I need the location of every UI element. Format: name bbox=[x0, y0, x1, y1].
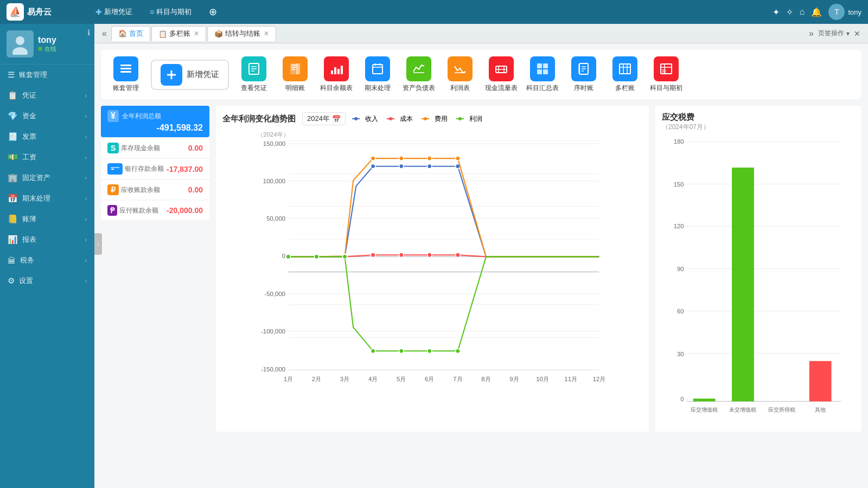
qa-cashflow-icon bbox=[489, 56, 514, 81]
sidebar-item-settings[interactable]: ⚙ 设置 › bbox=[0, 271, 94, 291]
svg-point-1 bbox=[16, 36, 24, 45]
voucher-label: 凭证 bbox=[22, 91, 36, 100]
legend-expense: 费用 bbox=[422, 114, 448, 124]
stat-payable[interactable]: Ᵽ 应付账款余额 -20,000.00 bbox=[101, 201, 209, 220]
payable-icon: Ᵽ bbox=[107, 205, 117, 216]
legend-expense-label: 费用 bbox=[435, 114, 448, 124]
legend-revenue: 收入 bbox=[352, 114, 378, 124]
qa-balance-sheet[interactable]: 资产负债表 bbox=[403, 56, 435, 93]
notification-icon[interactable]: 🔔 bbox=[811, 7, 822, 17]
svg-text:2月: 2月 bbox=[312, 376, 321, 382]
main-chart-section: 全年利润变化趋势图 2024年 📅 收入 成本 bbox=[216, 106, 649, 432]
legend-revenue-label: 收入 bbox=[365, 114, 378, 124]
payable-label: 应付账款余额 bbox=[119, 206, 158, 215]
stat-annual-profit[interactable]: ¥ 全年利润总额 -491,598.32 bbox=[101, 106, 209, 137]
stat-cash[interactable]: S 库存现金余额 0.00 bbox=[101, 138, 209, 158]
stat-bank[interactable]: 银行存款余额 -17,837.00 bbox=[101, 159, 209, 179]
svg-point-52 bbox=[389, 117, 392, 120]
payable-value: -20,000.00 bbox=[167, 206, 203, 215]
qa-profit[interactable]: 利润表 bbox=[444, 56, 476, 93]
svg-rect-19 bbox=[337, 69, 340, 74]
svg-rect-4 bbox=[120, 68, 131, 69]
plus-icon: ✚ bbox=[95, 8, 102, 16]
info-icon[interactable]: ℹ bbox=[87, 28, 90, 37]
sidebar-item-ledger[interactable]: 📒 账簿 › bbox=[0, 209, 94, 229]
tab-actions[interactable]: 页签操作 ▾ bbox=[818, 29, 850, 38]
voucher-icon: 📋 bbox=[8, 91, 18, 100]
qa-view-voucher[interactable]: 查看凭证 bbox=[238, 56, 270, 93]
settings-icon[interactable]: ✦ bbox=[773, 7, 780, 17]
qa-account-mgmt[interactable]: 账套管理 bbox=[110, 56, 142, 93]
svg-rect-37 bbox=[578, 64, 580, 74]
qa-multi-col-label: 多栏账 bbox=[615, 84, 635, 93]
svg-point-116 bbox=[342, 254, 347, 259]
svg-text:（2024年）: （2024年） bbox=[257, 131, 289, 138]
svg-text:180: 180 bbox=[674, 138, 684, 145]
sidebar-item-period[interactable]: 📅 期末处理 › bbox=[0, 188, 94, 209]
sidebar-item-voucher[interactable]: 📋 凭证 › bbox=[0, 85, 94, 106]
sidebar-item-tax[interactable]: 🏛 税务 › bbox=[0, 250, 94, 271]
bar-yingjiao-zenzhishui bbox=[693, 399, 716, 401]
qa-subject-summary-icon bbox=[530, 56, 555, 81]
receivable-label: 应收账款余额 bbox=[121, 185, 160, 195]
sidebar-item-account-mgmt[interactable]: ☰ 账套管理 bbox=[0, 65, 94, 85]
year-selector[interactable]: 2024年 📅 bbox=[302, 112, 346, 125]
home-icon[interactable]: ⌂ bbox=[800, 7, 805, 17]
svg-text:期: 期 bbox=[662, 69, 666, 74]
tab-prev-btn[interactable]: « bbox=[99, 29, 110, 38]
qa-subject-summary[interactable]: 科目汇总表 bbox=[526, 56, 559, 93]
tab-multi-col-close[interactable]: ✕ bbox=[194, 30, 199, 37]
stat-receivable[interactable]: ₽ 应收账款余额 0.00 bbox=[101, 180, 209, 200]
svg-point-104 bbox=[399, 253, 404, 257]
sidebar-item-invoice[interactable]: 🧾 发票 › bbox=[0, 126, 94, 147]
user-mgmt-icon[interactable]: ✧ bbox=[786, 7, 793, 17]
qa-subject-period[interactable]: 期 科目与期初 bbox=[650, 56, 682, 93]
qa-period-process[interactable]: 期末处理 bbox=[361, 56, 394, 93]
tax-arrow: › bbox=[85, 257, 87, 264]
report-arrow: › bbox=[85, 236, 87, 243]
qa-new-voucher-btn[interactable]: 新增凭证 bbox=[151, 60, 229, 90]
tab-next-btn[interactable]: » bbox=[806, 29, 817, 38]
qa-cashflow[interactable]: 现金流量表 bbox=[485, 56, 518, 93]
svg-rect-47 bbox=[111, 167, 119, 168]
qa-multi-col[interactable]: 多栏账 bbox=[609, 56, 641, 93]
sidebar-item-capital[interactable]: 💎 资金 › bbox=[0, 106, 94, 126]
qa-multi-col-icon bbox=[612, 56, 637, 81]
add-icon-btn[interactable]: ⊕ bbox=[205, 4, 221, 20]
svg-point-103 bbox=[371, 253, 375, 257]
capital-arrow: › bbox=[85, 113, 87, 119]
tab-home[interactable]: 🏠 首页 bbox=[111, 26, 150, 41]
svg-point-114 bbox=[286, 254, 290, 259]
app-name: 易舟云 bbox=[27, 7, 52, 17]
ledger-icon: 📒 bbox=[8, 214, 18, 224]
svg-text:0: 0 bbox=[680, 396, 684, 402]
svg-point-106 bbox=[456, 253, 460, 257]
tab-multi-col-label: 多栏账 bbox=[169, 29, 190, 38]
stats-panel: ¥ 全年利润总额 -491,598.32 S 库存现金余额 0.00 bbox=[101, 106, 209, 432]
user-area[interactable]: T tony bbox=[828, 4, 861, 20]
sidebar-user-section: tony 在线 ℹ bbox=[0, 24, 94, 65]
qa-journal[interactable]: 序时账 bbox=[567, 56, 600, 93]
carry-forward-tab-icon: 📦 bbox=[214, 30, 223, 38]
sidebar-item-payroll[interactable]: 💵 工资 › bbox=[0, 147, 94, 168]
svg-text:150: 150 bbox=[674, 181, 684, 188]
qa-view-voucher-label: 查看凭证 bbox=[241, 84, 267, 93]
new-voucher-label: 新增凭证 bbox=[104, 7, 132, 17]
svg-point-50 bbox=[354, 117, 358, 120]
sidebar-item-fixed-assets[interactable]: 🏢 固定资产 › bbox=[0, 168, 94, 188]
tab-page-ops-label: 页签操作 bbox=[818, 29, 844, 38]
payroll-label: 工资 bbox=[22, 152, 36, 162]
tab-carry-forward[interactable]: 📦 结转与结账 ✕ bbox=[207, 26, 276, 41]
subjects-periods-topbtn[interactable]: ≡ 科目与期初 bbox=[145, 5, 196, 19]
tab-multi-col[interactable]: 📋 多栏账 ✕ bbox=[151, 26, 206, 41]
logo-icon: ⛵ bbox=[7, 3, 24, 21]
qa-detail-ledger[interactable]: 明细账 bbox=[279, 56, 311, 93]
qa-subject-balance-icon bbox=[324, 56, 349, 81]
tab-carry-forward-close[interactable]: ✕ bbox=[264, 30, 269, 37]
new-voucher-topbtn[interactable]: ✚ 新增凭证 bbox=[91, 5, 137, 19]
tab-close-all-btn[interactable]: ✕ bbox=[851, 29, 864, 38]
svg-point-113 bbox=[456, 156, 460, 160]
qa-subject-balance[interactable]: 科目余额表 bbox=[320, 56, 353, 93]
sidebar-item-report[interactable]: 📊 报表 › bbox=[0, 229, 94, 250]
sidebar-collapse-btn[interactable]: ‹ bbox=[94, 233, 102, 255]
